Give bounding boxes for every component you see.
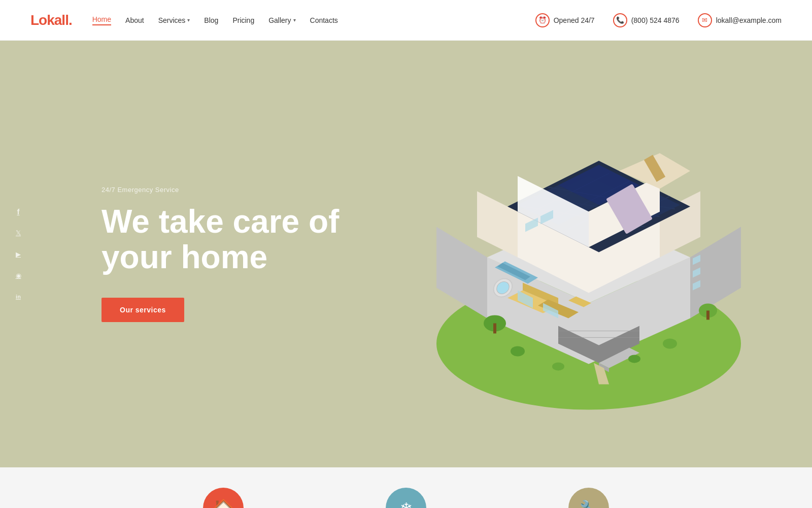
home-service-icon: 🏠 xyxy=(213,498,234,508)
nav-home[interactable]: Home xyxy=(92,15,111,25)
chevron-down-icon: ▾ xyxy=(293,17,296,23)
header: Lokall. Home About Services ▾ Blog Prici… xyxy=(0,0,812,41)
svg-rect-46 xyxy=(493,323,496,333)
phone-icon: 📞 xyxy=(613,13,627,27)
logo-text: Lokall xyxy=(30,12,69,28)
twitter-icon[interactable]: 𝕏 xyxy=(12,227,24,239)
svg-point-50 xyxy=(552,362,564,370)
service-repair-icon[interactable]: 🔧 xyxy=(568,488,609,508)
phone-info[interactable]: 📞 (800) 524 4876 xyxy=(613,13,680,27)
svg-point-52 xyxy=(663,338,677,348)
logo-dot: . xyxy=(69,12,72,28)
clock-icon: ⏰ xyxy=(535,13,550,27)
email-text: lokall@example.com xyxy=(716,16,782,24)
nav-pricing[interactable]: Pricing xyxy=(232,16,254,24)
svg-marker-7 xyxy=(477,191,518,257)
ac-service-icon: ❄ xyxy=(400,499,413,509)
hours-text: Opened 24/7 xyxy=(554,16,595,24)
hero-title-line2: your home xyxy=(101,239,267,276)
nav-gallery[interactable]: Gallery ▾ xyxy=(268,16,295,24)
nav-blog[interactable]: Blog xyxy=(204,16,218,24)
house-svg xyxy=(416,74,761,420)
email-info[interactable]: ✉ lokall@example.com xyxy=(698,13,782,27)
hero-subtitle: 24/7 Emergency Service xyxy=(101,186,339,194)
svg-rect-48 xyxy=(706,310,709,320)
facebook-icon[interactable]: f xyxy=(12,205,24,217)
youtube-icon[interactable]: ▶ xyxy=(12,248,24,260)
logo[interactable]: Lokall. xyxy=(30,12,72,28)
phone-text: (800) 524 4876 xyxy=(631,16,680,24)
hero-title-line1: We take care of xyxy=(101,203,339,240)
svg-marker-3 xyxy=(436,227,487,318)
header-right: ⏰ Opened 24/7 📞 (800) 524 4876 ✉ lokall@… xyxy=(535,13,782,27)
chevron-down-icon: ▾ xyxy=(187,17,190,23)
main-nav: Home About Services ▾ Blog Pricing Galle… xyxy=(92,15,338,25)
linkedin-icon[interactable]: in xyxy=(12,291,24,303)
hero-content: 24/7 Emergency Service We take care of y… xyxy=(101,186,339,322)
nav-services[interactable]: Services ▾ xyxy=(158,16,190,24)
hours-info: ⏰ Opened 24/7 xyxy=(535,13,595,27)
service-home-icon[interactable]: 🏠 xyxy=(203,488,244,508)
nav-contacts[interactable]: Contacts xyxy=(310,16,338,24)
services-preview: 🏠 ❄ 🔧 xyxy=(0,467,812,508)
svg-point-49 xyxy=(511,346,525,356)
email-icon: ✉ xyxy=(698,13,712,27)
social-sidebar: f 𝕏 ▶ ◉ in xyxy=(12,205,24,303)
svg-point-51 xyxy=(628,355,640,363)
header-left: Lokall. Home About Services ▾ Blog Prici… xyxy=(30,12,338,28)
nav-about[interactable]: About xyxy=(125,16,144,24)
service-ac-icon[interactable]: ❄ xyxy=(386,488,426,508)
repair-service-icon: 🔧 xyxy=(580,499,598,509)
hero-title: We take care of your home xyxy=(101,204,339,275)
hero-illustration xyxy=(416,74,761,420)
instagram-icon[interactable]: ◉ xyxy=(12,269,24,281)
hero-section: f 𝕏 ▶ ◉ in 24/7 Emergency Service We tak… xyxy=(0,41,812,467)
our-services-button[interactable]: Our services xyxy=(101,298,184,322)
